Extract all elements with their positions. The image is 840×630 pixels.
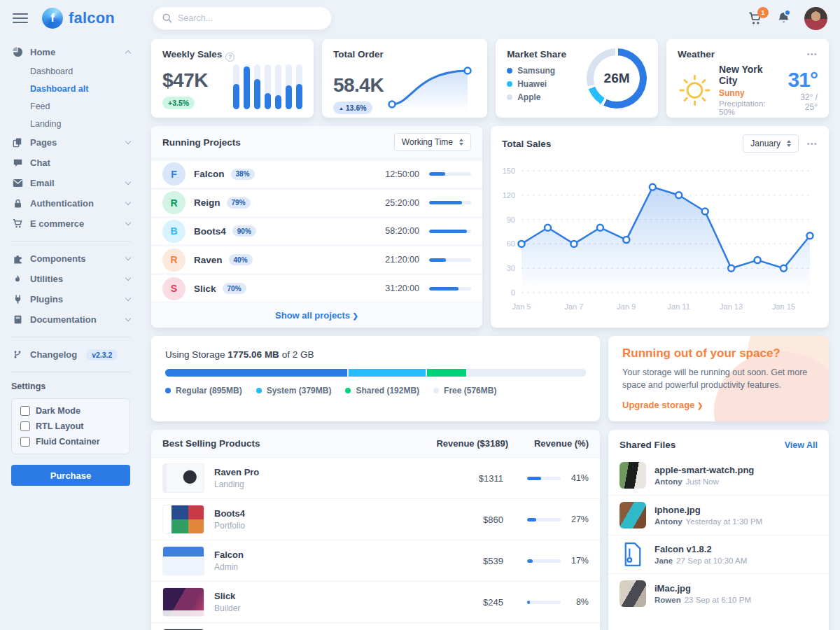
sidebar-item-chat[interactable]: Chat xyxy=(11,153,130,173)
settings-panel: Dark Mode RTL Layout Fluid Container xyxy=(11,398,130,454)
user-avatar[interactable] xyxy=(804,7,827,30)
purchase-button[interactable]: Purchase xyxy=(11,465,130,486)
project-row[interactable]: S Slick 70% 31:20:00 xyxy=(151,273,482,302)
rtl-layout-checkbox[interactable] xyxy=(20,421,30,431)
project-avatar: B xyxy=(162,220,186,243)
sidebar-item-feed[interactable]: Feed xyxy=(11,97,130,115)
sidebar-item-components[interactable]: Components xyxy=(11,248,130,269)
sidebar-item-plugins[interactable]: Plugins xyxy=(11,289,130,309)
shared-file-item[interactable]: apple-smart-watch.png AntonyJust Now xyxy=(608,456,829,495)
sidebar-item-documentation[interactable]: Documentation xyxy=(11,309,130,330)
shopping-cart-icon xyxy=(11,218,24,229)
upgrade-space-card: Running out of your space? Your storage … xyxy=(608,336,829,421)
sidebar-item-utilities[interactable]: Utilities xyxy=(11,269,130,289)
shared-file-item[interactable]: iMac.jpg Rowen23 Sep at 6:10 PM xyxy=(608,573,829,613)
file-thumbnail xyxy=(620,502,646,528)
view-all-link[interactable]: View All xyxy=(785,440,818,450)
sidebar-item-label: Plugins xyxy=(30,294,63,304)
sidebar-item-email[interactable]: Email xyxy=(11,173,130,193)
weather-condition: Sunny xyxy=(719,88,780,98)
sidebar-item-authentication[interactable]: Authentication xyxy=(11,193,130,214)
search-input[interactable] xyxy=(178,13,322,23)
chevron-down-icon xyxy=(125,295,131,301)
product-name[interactable]: Raven Pro xyxy=(214,467,259,477)
shared-files-title: Shared Files xyxy=(620,440,676,450)
product-row[interactable]: Boots4Portfolio $860 27% xyxy=(151,498,600,540)
project-row[interactable]: F Falcon 38% 12:50:00 xyxy=(151,159,482,188)
version-badge: v2.3.2 xyxy=(86,349,118,360)
storage-card: Using Storage 1775.06 MB of 2 GB Regular… xyxy=(151,336,600,421)
project-row[interactable]: B Boots4 90% 58:20:00 xyxy=(151,216,482,245)
total-order-card: Total Order 58.4K ▲ 13.6% xyxy=(322,39,487,118)
storage-used: 1775.06 MB xyxy=(227,349,279,360)
total-sales-card: Total Sales January ••• 0306090120150Jan… xyxy=(491,126,829,328)
fluid-container-checkbox[interactable] xyxy=(20,437,30,447)
working-time-select[interactable]: Working Time xyxy=(394,133,471,151)
product-name[interactable]: Slick xyxy=(214,591,240,601)
project-row[interactable]: R Raven 40% 21:20:00 xyxy=(151,244,482,273)
file-name[interactable]: apple-smart-watch.png xyxy=(654,465,754,475)
shared-file-item[interactable]: Falcon v1.8.2 Jane27 Sep at 10:30 AM xyxy=(608,535,829,573)
product-category: Landing xyxy=(214,479,259,489)
product-row[interactable]: SlickBuilder $245 8% xyxy=(151,581,600,622)
file-name[interactable]: iMac.jpg xyxy=(654,583,751,594)
sidebar-item-pages[interactable]: Pages xyxy=(11,132,130,153)
sidebar-item-label: Chat xyxy=(30,158,50,168)
settings-heading: Settings xyxy=(11,382,130,391)
month-select[interactable]: January xyxy=(743,134,799,153)
storage-segment xyxy=(427,369,466,377)
file-name[interactable]: iphone.jpg xyxy=(654,505,762,515)
hamburger-menu-icon[interactable] xyxy=(13,13,28,23)
storage-segment xyxy=(349,369,426,377)
product-row[interactable]: Raven ProLanding $1311 41% xyxy=(151,457,600,498)
project-name[interactable]: Falcon xyxy=(194,169,225,179)
project-row[interactable]: R Reign 79% 25:20:00 xyxy=(151,188,482,216)
topbar-actions: 1 xyxy=(748,7,827,30)
product-name[interactable]: Falcon xyxy=(214,550,244,560)
product-row[interactable] xyxy=(151,622,600,630)
chevron-up-icon xyxy=(125,50,131,56)
file-archive-icon xyxy=(620,542,646,567)
file-name[interactable]: Falcon v1.8.2 xyxy=(654,544,747,554)
product-row[interactable]: FalconAdmin $539 17% xyxy=(151,540,600,581)
shared-file-item[interactable]: iphone.jpg AntonyYesterday at 1:30 PM xyxy=(608,495,829,535)
fluid-container-toggle[interactable]: Fluid Container xyxy=(20,437,121,447)
help-icon[interactable]: ? xyxy=(225,52,234,62)
search-box[interactable] xyxy=(153,6,332,30)
falcon-dashboard: f falcon 1 Home Dashb xyxy=(0,0,840,630)
project-name[interactable]: Raven xyxy=(194,255,223,265)
market-share-card: Market Share Samsung Huawei Apple 26M xyxy=(496,39,658,118)
total-sales-title: Total Sales xyxy=(502,139,551,149)
project-name[interactable]: Slick xyxy=(194,284,216,294)
sidebar-item-home[interactable]: Home xyxy=(11,42,130,62)
cart-button[interactable]: 1 xyxy=(748,12,763,25)
sidebar-item-ecommerce[interactable]: E commerce xyxy=(11,214,130,234)
notifications-button[interactable] xyxy=(777,11,790,25)
project-name[interactable]: Reign xyxy=(194,197,220,208)
svg-text:120: 120 xyxy=(503,191,515,200)
project-progress-bar xyxy=(429,258,471,262)
search-icon xyxy=(162,13,172,23)
sidebar-item-dashboard[interactable]: Dashboard xyxy=(11,62,130,80)
sidebar-item-landing[interactable]: Landing xyxy=(11,115,130,132)
project-percent-badge: 70% xyxy=(223,283,246,294)
show-all-projects-link[interactable]: Show all projects ❯ xyxy=(275,310,358,321)
upgrade-storage-link[interactable]: Upgrade storage ❯ xyxy=(622,400,703,410)
running-projects-title: Running Projects xyxy=(162,137,241,148)
ellipsis-menu-icon[interactable]: ••• xyxy=(807,140,818,148)
total-order-badge: ▲ 13.6% xyxy=(333,102,372,114)
svg-text:30: 30 xyxy=(507,264,515,272)
product-name[interactable]: Boots4 xyxy=(214,508,245,519)
sidebar-item-dashboard-alt[interactable]: Dashboard alt xyxy=(11,80,130,97)
product-revenue: $539 xyxy=(437,556,503,566)
dark-mode-toggle[interactable]: Dark Mode xyxy=(20,406,121,416)
sidebar-item-changelog[interactable]: Changelog v2.3.2 xyxy=(11,344,130,365)
rtl-layout-toggle[interactable]: RTL Layout xyxy=(20,421,121,431)
chevron-down-icon xyxy=(125,200,131,205)
shell: Home Dashboard Dashboard alt Feed Landin… xyxy=(0,36,840,630)
project-name[interactable]: Boots4 xyxy=(194,226,226,237)
product-percent: 8% xyxy=(561,597,589,607)
ellipsis-menu-icon[interactable]: ••• xyxy=(807,50,818,58)
brand-logo[interactable]: f falcon xyxy=(42,8,115,29)
dark-mode-checkbox[interactable] xyxy=(20,406,30,416)
